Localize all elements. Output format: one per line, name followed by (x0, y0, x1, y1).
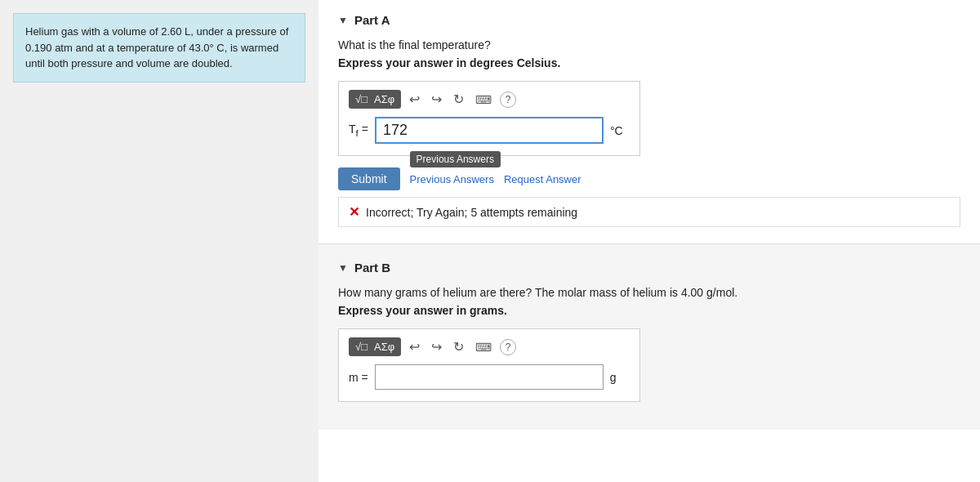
part-b-instruction: Express your answer in grams. (338, 304, 960, 317)
problem-statement: Helium gas with a volume of 2.60 L, unde… (13, 13, 305, 83)
part-b-section: ▼ Part B How many grams of helium are th… (318, 244, 980, 430)
part-a-input-row: Tf = °C (349, 117, 630, 144)
sqrt-icon: √□ (355, 93, 368, 105)
chevron-down-icon[interactable]: ▼ (338, 15, 348, 26)
part-a-label: Part A (354, 13, 390, 27)
part-b-answer-box: √□ ΑΣφ ↩ ↪ ↻ ⌨ ? m = g (338, 328, 640, 402)
undo-button[interactable]: ↩ (406, 90, 423, 109)
request-answer-link[interactable]: Request Answer (504, 173, 581, 185)
part-a-question: What is the final temperature? (338, 38, 960, 51)
part-b-refresh-button[interactable]: ↻ (450, 337, 467, 356)
keyboard-button[interactable]: ⌨ (472, 91, 495, 108)
part-b-redo-button[interactable]: ↪ (428, 337, 445, 356)
part-b-toolbar: √□ ΑΣφ ↩ ↪ ↻ ⌨ ? (349, 337, 630, 356)
prev-answers-tooltip: Previous Answers (410, 151, 501, 167)
greek-symbol-icon: ΑΣφ (374, 93, 394, 105)
part-b-unit: g (610, 371, 617, 384)
part-b-greek-symbol-icon: ΑΣφ (374, 341, 394, 353)
prev-answers-link[interactable]: Previous Answers (410, 173, 494, 185)
chevron-b-icon[interactable]: ▼ (338, 262, 348, 274)
part-b-question: How many grams of helium are there? The … (338, 286, 960, 299)
part-a-error-row: ✕ Incorrect; Try Again; 5 attempts remai… (338, 197, 960, 227)
part-a-toolbar: √□ ΑΣφ ↩ ↪ ↻ ⌨ ? (349, 90, 630, 109)
error-message: Incorrect; Try Again; 5 attempts remaini… (366, 206, 577, 219)
part-b-keyboard-button[interactable]: ⌨ (472, 339, 495, 355)
part-b-input[interactable] (375, 364, 604, 390)
part-a-instruction: Express your answer in degrees Celsius. (338, 56, 960, 69)
part-a-unit: °C (610, 124, 623, 137)
part-b-input-label: m = (349, 371, 368, 384)
part-b-header: ▼ Part B (338, 261, 960, 274)
redo-button[interactable]: ↪ (428, 90, 445, 109)
part-a-header: ▼ Part A (338, 13, 960, 27)
right-panel: ▼ Part A What is the final temperature? … (318, 0, 980, 482)
part-b-undo-button[interactable]: ↩ (406, 337, 423, 356)
math-input-button[interactable]: √□ ΑΣφ (349, 90, 401, 109)
part-b-sqrt-icon: √□ (355, 341, 368, 353)
part-a-answer-box: √□ ΑΣφ ↩ ↪ ↻ ⌨ ? Tf = °C (338, 81, 640, 156)
left-panel: Helium gas with a volume of 2.60 L, unde… (0, 0, 318, 482)
part-a-input[interactable] (375, 117, 604, 144)
refresh-button[interactable]: ↻ (450, 90, 467, 109)
part-a-submit-button[interactable]: Submit (338, 167, 400, 190)
part-b-math-input-button[interactable]: √□ ΑΣφ (349, 337, 401, 356)
part-b-help-button[interactable]: ? (500, 339, 516, 355)
part-a-section: ▼ Part A What is the final temperature? … (318, 0, 980, 243)
part-b-label: Part B (354, 261, 390, 274)
help-button[interactable]: ? (500, 91, 516, 108)
part-a-action-row: Submit Previous Answers Previous Answers… (338, 167, 960, 190)
problem-text: Helium gas with a volume of 2.60 L, unde… (25, 25, 288, 69)
error-icon: ✕ (349, 204, 359, 220)
part-b-input-row: m = g (349, 364, 630, 390)
prev-answers-wrapper: Previous Answers Previous Answers (410, 172, 494, 185)
part-a-input-label: Tf = (349, 123, 368, 138)
